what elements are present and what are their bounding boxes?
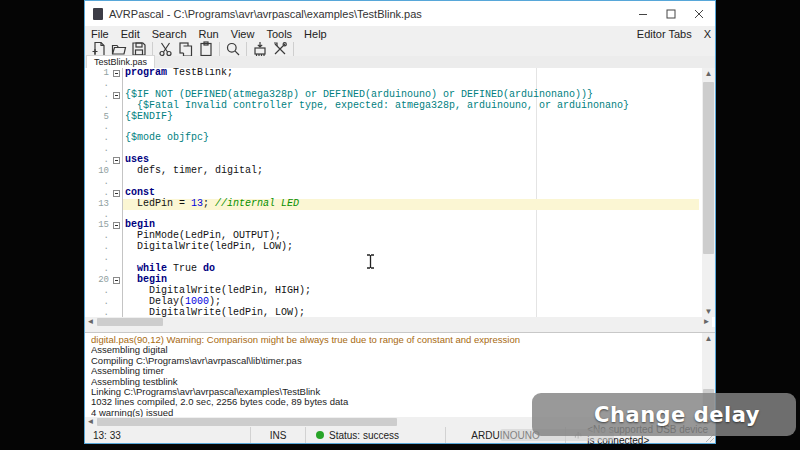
code-text: DigitalWrite(ledPin, LOW);: [123, 308, 699, 317]
code-area[interactable]: 1program TestBlink;..{$IF NOT (DEFINED(a…: [85, 68, 699, 317]
menu-run[interactable]: Run: [193, 28, 225, 40]
maximize-icon: [666, 9, 676, 19]
code-editor[interactable]: 1program TestBlink;..{$IF NOT (DEFINED(a…: [85, 68, 715, 327]
editor-horizontal-scrollbar[interactable]: ◄ ►: [85, 317, 712, 327]
line-number: 10: [85, 166, 109, 177]
fold-column: [109, 122, 123, 133]
message-line[interactable]: Compiling C:\Programs\avr\avrpascal\lib\…: [91, 356, 699, 366]
line-number: 15: [85, 220, 109, 231]
app-icon: [93, 8, 103, 20]
code-line-17[interactable]: . DigitalWrite(ledPin, LOW);: [85, 242, 699, 253]
line-number: .: [85, 133, 109, 144]
tools-icon: [272, 41, 288, 57]
message-line[interactable]: Assembling timer: [91, 366, 699, 376]
menu-help[interactable]: Help: [298, 28, 333, 40]
code-text: program TestBlink;: [123, 68, 699, 79]
maximize-button[interactable]: [657, 1, 685, 26]
fold-column: [109, 177, 123, 188]
tab-strip: TestBlink.pas: [85, 56, 715, 68]
fold-collapse-icon[interactable]: [113, 190, 120, 197]
menu-view[interactable]: View: [225, 28, 261, 40]
fold-column: [109, 133, 123, 144]
line-number: .: [85, 79, 109, 90]
fold-column: [109, 275, 123, 286]
fold-column: [109, 231, 123, 242]
fold-column: [109, 112, 123, 123]
editor-vertical-scrollbar[interactable]: ▲ ▼: [702, 68, 715, 317]
toolbar-separator: [246, 42, 247, 56]
scroll-up-icon[interactable]: ▲: [702, 333, 715, 344]
editor-tabs-close[interactable]: X: [704, 28, 711, 40]
program-icon: [252, 41, 268, 57]
code-text: DigitalWrite(ledPin, LOW);: [123, 242, 699, 253]
code-text: {$Fatal Invalid controller type, expecte…: [123, 101, 699, 112]
code-line-4[interactable]: . {$Fatal Invalid controller type, expec…: [85, 101, 699, 112]
code-line-23[interactable]: . DigitalWrite(ledPin, LOW);: [85, 308, 699, 317]
code-text: {$ENDIF}: [123, 112, 699, 123]
line-number: .: [85, 297, 109, 308]
fold-column: [109, 253, 123, 264]
fold-collapse-icon[interactable]: [113, 277, 120, 284]
tab-testblink[interactable]: TestBlink.pas: [86, 55, 155, 68]
code-line-14[interactable]: .: [85, 210, 699, 221]
fold-column: [109, 101, 123, 112]
paste-icon: [198, 41, 214, 57]
messages-hscroll-thumb[interactable]: [97, 418, 397, 426]
menu-edit[interactable]: Edit: [115, 28, 146, 40]
code-text: [123, 210, 699, 221]
fold-column: [109, 79, 123, 90]
line-number: .: [85, 210, 109, 221]
fold-collapse-icon[interactable]: [113, 157, 120, 164]
minimize-button[interactable]: [629, 1, 657, 26]
fold-column: [109, 308, 123, 317]
editor-tabs-label[interactable]: Editor Tabs: [637, 28, 692, 40]
code-text: defs, timer, digital;: [123, 166, 699, 177]
cursor-position: 13: 33: [85, 427, 251, 443]
editor-vscroll-thumb[interactable]: [703, 82, 714, 254]
search-icon: [225, 41, 241, 57]
scroll-right-icon[interactable]: ►: [701, 317, 712, 327]
code-line-5[interactable]: 5{$ENDIF}: [85, 112, 699, 123]
code-line-10[interactable]: 10 defs, timer, digital;: [85, 166, 699, 177]
change-delay-overlay[interactable]: Change delay: [532, 393, 796, 436]
fold-column: [109, 210, 123, 221]
code-line-8[interactable]: .: [85, 144, 699, 155]
fold-collapse-icon[interactable]: [113, 222, 120, 229]
code-line-19[interactable]: . while True do: [85, 264, 699, 275]
compile-status: Status: success: [306, 427, 446, 443]
line-number: .: [85, 122, 109, 133]
scroll-left-icon[interactable]: ◄: [85, 417, 96, 427]
menu-tools[interactable]: Tools: [260, 28, 298, 40]
fold-column: [109, 155, 123, 166]
menu-search[interactable]: Search: [146, 28, 193, 40]
close-icon: [694, 9, 704, 19]
fold-collapse-icon[interactable]: [113, 70, 120, 77]
fold-column: [109, 264, 123, 275]
code-text: [123, 177, 699, 188]
fold-column: [109, 188, 123, 199]
line-number: 1: [85, 68, 109, 79]
code-text: {$mode objfpc}: [123, 133, 699, 144]
scroll-left-icon[interactable]: ◄: [85, 317, 96, 327]
toolbar-separator: [152, 42, 153, 56]
fold-column: [109, 242, 123, 253]
code-line-7[interactable]: .{$mode objfpc}: [85, 133, 699, 144]
line-number: 5: [85, 112, 109, 123]
fold-column: [109, 220, 123, 231]
close-button[interactable]: [685, 1, 713, 26]
line-number: .: [85, 231, 109, 242]
overlay-label: Change delay: [594, 403, 760, 427]
menu-file[interactable]: File: [85, 28, 115, 40]
scroll-up-icon[interactable]: ▲: [702, 68, 715, 79]
cut-icon: [158, 41, 174, 57]
line-number: .: [85, 144, 109, 155]
message-warning[interactable]: digital.pas(90,12) Warning: Comparison m…: [91, 335, 699, 345]
scroll-down-icon[interactable]: ▼: [702, 306, 715, 317]
code-line-1[interactable]: 1program TestBlink;: [85, 68, 699, 79]
code-line-13[interactable]: 13 LedPin = 13; //internal LED: [85, 199, 699, 210]
fold-column: [109, 286, 123, 297]
code-line-11[interactable]: .: [85, 177, 699, 188]
fold-collapse-icon[interactable]: [113, 92, 120, 99]
editor-hscroll-thumb[interactable]: [97, 318, 163, 326]
fold-column: [109, 297, 123, 308]
